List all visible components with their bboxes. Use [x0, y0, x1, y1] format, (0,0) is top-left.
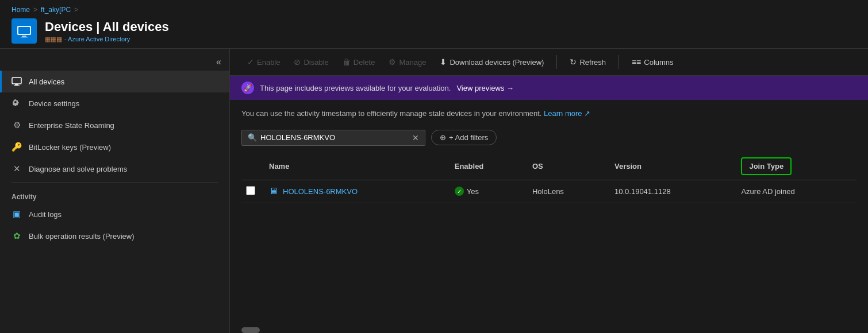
sidebar-item-label-bitlocker: BitLocker keys (Preview) [29, 143, 111, 152]
os-value: HoloLens [532, 187, 564, 196]
search-input[interactable] [260, 133, 409, 142]
trash-icon: 🗑 [343, 57, 351, 67]
sidebar-divider [11, 182, 218, 183]
table-header-version[interactable]: Version [608, 153, 734, 180]
sidebar-item-bitlocker-keys[interactable]: 🔑 BitLocker keys (Preview) [0, 136, 229, 158]
search-icon: 🔍 [248, 133, 257, 142]
enabled-cell: ✓ Yes [448, 180, 525, 203]
sidebar: « All devices Device settings ⚙ Ent [0, 49, 230, 333]
device-name-cell: 🖥 HOLOLENS-6RMKVO [262, 180, 448, 203]
svg-rect-1 [18, 27, 30, 34]
sidebar-item-enterprise-state-roaming[interactable]: ⚙ Enterprise State Roaming [0, 114, 229, 136]
delete-button[interactable]: 🗑 Delete [337, 55, 381, 69]
screen-icon [11, 76, 22, 87]
key-icon: 🔑 [11, 142, 22, 152]
add-filters-button[interactable]: ⊕ + Add filters [431, 130, 497, 145]
enable-button[interactable]: ✓ Enable [241, 55, 286, 69]
search-area: 🔍 ✕ ⊕ + Add filters [230, 125, 868, 153]
sidebar-item-label-device-settings: Device settings [29, 99, 79, 108]
page-subtitle-text: - Azure Active Directory [64, 36, 130, 42]
gear2-icon: ⚙ [11, 120, 22, 130]
columns-button[interactable]: ≡≡ Columns [626, 55, 679, 69]
add-filters-label: + Add filters [449, 133, 488, 142]
table-header-enabled[interactable]: Enabled [448, 153, 525, 180]
svg-rect-5 [15, 84, 18, 86]
banner-link[interactable]: View previews → [456, 84, 513, 92]
search-clear-button[interactable]: ✕ [412, 133, 419, 142]
table-row: 🖥 HOLOLENS-6RMKVO ✓ Yes HoloLens [241, 180, 857, 203]
version-cell: 10.0.19041.1128 [608, 180, 734, 203]
toolbar-divider [556, 55, 557, 69]
checkmark-icon: ✓ [247, 57, 254, 67]
breadcrumb-sep2: > [74, 6, 78, 14]
disable-button[interactable]: ⊘ Disable [288, 55, 334, 69]
banner-text: This page includes previews available fo… [260, 84, 451, 92]
devices-table: Name Enabled OS Version Join Type [241, 153, 857, 203]
join-type-value: Azure AD joined [741, 187, 794, 196]
sidebar-item-label-bulk: Bulk operation results (Preview) [29, 232, 135, 241]
join-type-cell: Azure AD joined [734, 180, 857, 203]
download-button[interactable]: ⬇ Download devices (Preview) [434, 55, 550, 69]
sidebar-item-label-enterprise: Enterprise State Roaming [29, 121, 114, 130]
table-header-os[interactable]: OS [525, 153, 608, 180]
table-header-join-type[interactable]: Join Type [734, 153, 857, 180]
manage-icon: ⚙ [389, 57, 396, 67]
block-icon: ⊘ [294, 57, 301, 67]
main-content: ✓ Enable ⊘ Disable 🗑 Delete ⚙ Manage ⬇ D… [230, 49, 868, 333]
svg-rect-2 [22, 36, 26, 37]
toolbar-divider2 [619, 55, 619, 69]
device-name-link[interactable]: HOLOLENS-6RMKVO [283, 187, 358, 196]
refresh-button[interactable]: ↻ Refresh [564, 55, 612, 69]
sidebar-item-all-devices[interactable]: All devices [0, 71, 229, 92]
preview-banner: 🚀 This page includes previews available … [230, 76, 868, 100]
breadcrumb: Home > ft_aky[PC > [11, 6, 857, 14]
sidebar-item-label-audit: Audit logs [29, 210, 62, 219]
svg-rect-3 [21, 37, 28, 38]
table-container: Name Enabled OS Version Join Type [230, 153, 868, 326]
breadcrumb-sep1: > [33, 6, 37, 14]
sidebar-item-audit-logs[interactable]: ▣ Audit logs [0, 203, 229, 225]
version-value: 10.0.19041.1128 [614, 187, 671, 196]
sidebar-section-activity: Activity [0, 185, 229, 203]
svg-rect-6 [14, 86, 20, 86]
os-cell: HoloLens [525, 180, 608, 203]
horizontal-scrollbar[interactable] [241, 327, 260, 333]
page-title: Devices | All devices [45, 20, 169, 34]
scrollbar-row [230, 325, 868, 333]
table-header-checkbox [241, 153, 262, 180]
enabled-value: Yes [467, 187, 479, 196]
sidebar-item-label-all-devices: All devices [29, 78, 64, 86]
svg-rect-4 [12, 78, 21, 84]
refresh-icon: ↻ [570, 57, 577, 67]
toolbar: ✓ Enable ⊘ Disable 🗑 Delete ⚙ Manage ⬇ D… [230, 49, 868, 76]
row-checkbox[interactable] [246, 186, 255, 195]
preview-icon: 🚀 [241, 82, 254, 94]
learn-more-link[interactable]: Learn more ↗ [544, 109, 590, 118]
leaf-icon: ✿ [11, 231, 22, 241]
info-main-text: You can use the activity timestamp to ef… [241, 109, 541, 118]
breadcrumb-home[interactable]: Home [11, 6, 30, 14]
wrench-icon: ✕ [11, 164, 22, 174]
gear-icon [11, 98, 22, 109]
header: Home > ft_aky[PC > Devices | All devices… [0, 0, 868, 49]
download-icon: ⬇ [440, 57, 447, 67]
columns-icon: ≡≡ [632, 57, 641, 67]
sidebar-item-diagnose[interactable]: ✕ Diagnose and solve problems [0, 158, 229, 180]
table-header-name[interactable]: Name [262, 153, 448, 180]
manage-button[interactable]: ⚙ Manage [383, 55, 432, 69]
breadcrumb-tenant[interactable]: ft_aky[PC [41, 6, 71, 14]
sidebar-item-label-diagnose: Diagnose and solve problems [29, 165, 127, 173]
info-text: You can use the activity timestamp to ef… [230, 100, 868, 125]
page-icon [11, 18, 37, 44]
add-filters-icon: ⊕ [440, 133, 446, 142]
enabled-check-icon: ✓ [455, 187, 464, 196]
sidebar-item-device-settings[interactable]: Device settings [0, 92, 229, 114]
sidebar-item-bulk-operation[interactable]: ✿ Bulk operation results (Preview) [0, 225, 229, 247]
sidebar-collapse-button[interactable]: « [213, 56, 225, 68]
log-icon: ▣ [11, 209, 22, 219]
join-type-highlight: Join Type [741, 157, 792, 175]
device-icon: 🖥 [269, 186, 278, 196]
search-box[interactable]: 🔍 ✕ [241, 130, 425, 146]
